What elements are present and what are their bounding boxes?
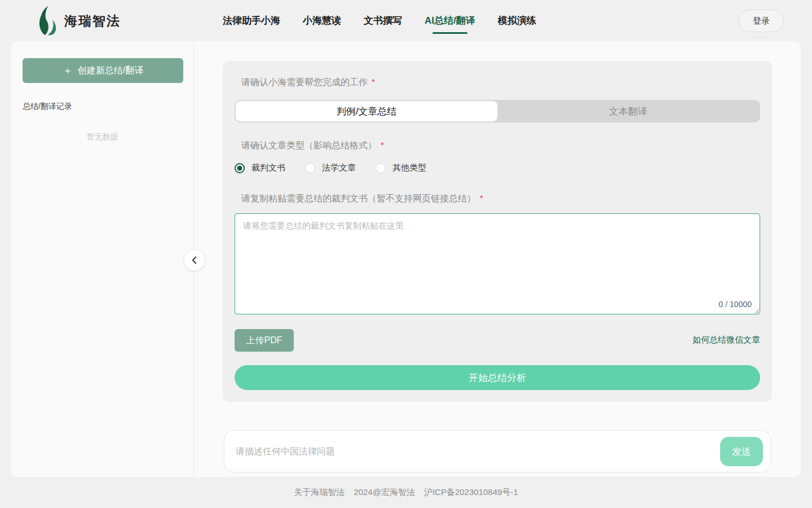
required-asterisk: * xyxy=(381,140,384,152)
radio-legal-article[interactable]: 法学文章 xyxy=(305,163,356,173)
doc-type-field-label: 请确认文章类型（影响总结格式） * xyxy=(241,140,384,152)
radio-label: 其他类型 xyxy=(392,163,426,173)
upload-row: 上传PDF 如何总结微信文章 xyxy=(235,329,760,352)
flame-leaf-icon xyxy=(37,6,58,36)
radio-judgment-document[interactable]: 裁判文书 xyxy=(235,163,285,173)
records-section-label: 总结/翻译记录 xyxy=(23,102,72,112)
create-new-summary-button[interactable]: ＋ 创建新总结/翻译 xyxy=(23,58,183,83)
tab-text-translation[interactable]: 文本翻译 xyxy=(497,101,759,121)
paste-label-text: 请复制粘贴需要总结的裁判文书（暂不支持网页链接总结） xyxy=(241,193,476,205)
empty-state-text: 暂无数据 xyxy=(11,132,193,142)
nav-item-mock-practice[interactable]: 模拟演练 xyxy=(498,10,536,32)
login-button[interactable]: 登录 xyxy=(739,10,784,32)
radio-selected-icon[interactable] xyxy=(235,163,245,173)
upload-pdf-button[interactable]: 上传PDF xyxy=(235,329,294,352)
brand-name: 海瑞智法 xyxy=(64,12,121,30)
sidebar-collapse-button[interactable] xyxy=(184,250,205,270)
nav-item-ai-summary-translate[interactable]: AI总结/翻译 xyxy=(425,10,475,32)
content-panel: ＋ 创建新总结/翻译 总结/翻译记录 暂无数据 请确认小海需要帮您完成的工作 *… xyxy=(11,41,801,477)
footer-icp-number[interactable]: 沪ICP备2023010849号-1 xyxy=(424,487,518,498)
page-footer: 关于海瑞智法 2024@宏海智法 沪ICP备2023010849号-1 xyxy=(0,477,812,508)
radio-label: 法学文章 xyxy=(322,163,356,173)
footer-copyright: 2024@宏海智法 xyxy=(354,487,415,498)
top-header: 海瑞智法 法律助手小海 小海慧读 文书撰写 AI总结/翻译 模拟演练 登录 xyxy=(0,0,812,41)
legal-question-input[interactable] xyxy=(224,431,709,472)
paste-field-label: 请复制粘贴需要总结的裁判文书（暂不支持网页链接总结） * xyxy=(241,193,483,205)
nav-item-smart-reading[interactable]: 小海慧读 xyxy=(303,10,341,32)
required-asterisk: * xyxy=(372,77,375,89)
radio-other-type[interactable]: 其他类型 xyxy=(376,163,426,173)
summary-form-card: 请确认小海需要帮您完成的工作 * 判例/文章总结 文本翻译 请确认文章类型（影响… xyxy=(223,61,772,402)
radio-label: 裁判文书 xyxy=(251,163,285,173)
radio-unselected-icon[interactable] xyxy=(305,163,315,173)
sidebar: ＋ 创建新总结/翻译 总结/翻译记录 暂无数据 xyxy=(11,41,193,477)
send-button[interactable]: 发送 xyxy=(720,437,763,466)
chevron-left-icon xyxy=(189,255,200,265)
nav-item-legal-assistant[interactable]: 法律助手小海 xyxy=(223,10,280,32)
task-field-label: 请确认小海需要帮您完成的工作 * xyxy=(241,77,375,89)
create-button-label: 创建新总结/翻译 xyxy=(78,65,143,77)
tab-case-article-summary[interactable]: 判例/文章总结 xyxy=(236,101,497,121)
doc-type-radio-group: 裁判文书 法学文章 其他类型 xyxy=(235,163,426,173)
main-nav: 法律助手小海 小海慧读 文书撰写 AI总结/翻译 模拟演练 xyxy=(223,0,536,41)
footer-about-link[interactable]: 关于海瑞智法 xyxy=(294,487,345,498)
task-type-tabs: 判例/文章总结 文本翻译 xyxy=(235,100,760,122)
judgment-text-input[interactable] xyxy=(235,213,760,314)
required-asterisk: * xyxy=(480,193,483,205)
nav-item-document-writing[interactable]: 文书撰写 xyxy=(364,10,402,32)
radio-unselected-icon[interactable] xyxy=(376,163,386,173)
doc-type-label-text: 请确认文章类型（影响总结格式） xyxy=(241,140,377,152)
how-to-summarize-wechat-link[interactable]: 如何总结微信文章 xyxy=(692,335,760,345)
plus-icon: ＋ xyxy=(63,65,73,76)
start-summary-button[interactable]: 开始总结分析 xyxy=(235,365,760,390)
chat-input-bar: 发送 xyxy=(224,430,771,472)
textarea-wrapper: 0 / 10000 xyxy=(235,213,760,314)
brand-logo[interactable]: 海瑞智法 xyxy=(37,6,121,36)
task-label-text: 请确认小海需要帮您完成的工作 xyxy=(241,77,368,89)
